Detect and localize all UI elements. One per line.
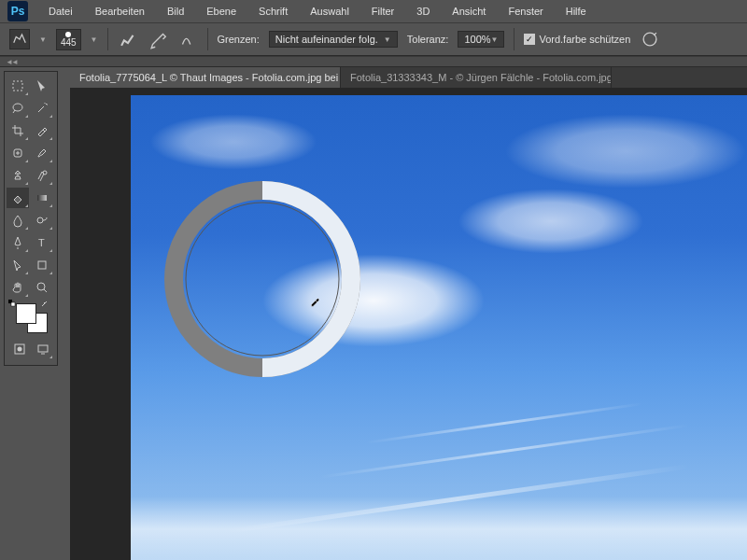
sky-streak (319, 424, 690, 479)
svg-point-13 (17, 347, 21, 352)
menu-view[interactable]: Ansicht (443, 2, 495, 21)
magic-wand-tool[interactable] (31, 98, 53, 119)
eyedropper-tool[interactable] (31, 120, 53, 141)
menu-window[interactable]: Fenster (499, 2, 552, 21)
brush-tool[interactable] (31, 143, 53, 163)
protect-fg-checkbox[interactable]: ✓ Vord.farbe schützen (524, 34, 630, 45)
menu-filter[interactable]: Filter (362, 2, 403, 21)
brush-preset-picker[interactable]: 445 (56, 29, 81, 50)
pressure-size-icon[interactable] (177, 29, 198, 49)
shape-tool[interactable] (31, 255, 53, 275)
menu-type[interactable]: Schrift (249, 2, 297, 21)
default-colors-icon[interactable] (8, 300, 16, 307)
menu-select[interactable]: Auswahl (301, 2, 359, 21)
chevron-down-icon: ▼ (491, 35, 499, 44)
menu-help[interactable]: Hilfe (557, 2, 596, 21)
svg-point-16 (186, 203, 339, 356)
document-tabs: Fotolia_7775064_L © Thaut Images - Fotol… (70, 67, 747, 88)
checkbox-checked-icon: ✓ (524, 34, 535, 45)
svg-point-2 (13, 104, 22, 111)
menu-image[interactable]: Bild (158, 2, 193, 21)
svg-point-9 (37, 283, 45, 290)
eyedropper-cursor-icon (308, 294, 321, 307)
menu-3d[interactable]: 3D (407, 2, 439, 21)
app-logo: Ps (7, 1, 28, 21)
divider (107, 28, 108, 50)
brush-size-value: 445 (61, 37, 77, 48)
healing-brush-tool[interactable] (7, 143, 29, 163)
limits-select[interactable]: Nicht aufeinander folg. ▼ (269, 31, 398, 48)
tab-document-1[interactable]: Fotolia_7775064_L © Thaut Images - Fotol… (70, 67, 341, 88)
airbrush-icon[interactable] (148, 29, 168, 49)
brush-panel-icon[interactable] (118, 29, 138, 49)
history-brush-tool[interactable] (31, 165, 53, 186)
pressure-opacity-icon[interactable] (640, 29, 660, 49)
chevron-left-icon: ◄◄ (6, 58, 17, 66)
foreground-color-swatch[interactable] (16, 303, 36, 324)
tolerance-label: Toleranz: (407, 34, 449, 45)
divider (207, 28, 208, 50)
chevron-down-icon: ▼ (384, 35, 391, 44)
svg-rect-8 (38, 261, 46, 269)
sky-cloud (458, 189, 644, 254)
clone-stamp-tool[interactable] (7, 165, 29, 186)
tolerance-input[interactable]: 100% ▼ (458, 31, 504, 48)
tab-label: Fotolia_7775064_L © Thaut Images - Fotol… (79, 72, 341, 83)
eraser-tool[interactable] (7, 188, 29, 208)
sky-cloud (504, 114, 747, 189)
canvas-area (70, 88, 747, 560)
gradient-tool[interactable] (31, 188, 53, 208)
tab-document-2[interactable]: Fotolia_31333343_M - © Jürgen Fälchle - … (341, 67, 612, 88)
protect-fg-label: Vord.farbe schützen (539, 34, 630, 45)
sky-cloud (149, 114, 317, 170)
menu-file[interactable]: Datei (39, 2, 82, 21)
limits-value: Nicht aufeinander folg. (275, 34, 378, 45)
options-bar: ▼ 445 ▼ Grenzen: Nicht aufeinander folg.… (0, 22, 747, 56)
screen-mode-tool[interactable] (32, 339, 53, 359)
pen-tool[interactable] (7, 232, 29, 253)
options-collapse-handle[interactable]: ◄◄ (0, 56, 747, 67)
svg-point-6 (37, 217, 43, 223)
type-tool[interactable]: T (31, 232, 53, 253)
swap-colors-icon[interactable] (40, 300, 49, 309)
tab-label: Fotolia_31333343_M - © Jürgen Fälchle - … (350, 72, 612, 83)
svg-rect-14 (38, 345, 48, 352)
zoom-tool[interactable] (31, 277, 53, 298)
marquee-tool[interactable] (31, 76, 53, 96)
tool-preset-arrow-icon[interactable]: ▼ (39, 35, 47, 44)
svg-rect-1 (13, 81, 22, 91)
blur-tool[interactable] (7, 210, 29, 231)
path-selection-tool[interactable] (7, 255, 29, 275)
svg-rect-5 (37, 195, 47, 201)
move-tool[interactable] (7, 76, 29, 96)
tool-preset-picker[interactable] (9, 29, 30, 49)
svg-text:T: T (38, 237, 45, 248)
menu-bar: Ps Datei Bearbeiten Bild Ebene Schrift A… (0, 0, 747, 22)
sky-band (131, 497, 747, 560)
document-canvas[interactable] (131, 95, 747, 560)
menu-edit[interactable]: Bearbeiten (86, 2, 154, 21)
tolerance-value: 100% (464, 34, 490, 45)
quick-mask-tool[interactable] (8, 339, 30, 359)
svg-rect-11 (11, 302, 15, 306)
dodge-tool[interactable] (31, 210, 53, 231)
brush-arrow-icon[interactable]: ▼ (91, 35, 98, 44)
color-sampler-hud (164, 181, 360, 377)
crop-tool[interactable] (7, 120, 29, 141)
hand-tool[interactable] (7, 277, 29, 298)
limits-label: Grenzen: (218, 34, 260, 45)
color-swatches (7, 300, 55, 335)
divider (514, 28, 514, 50)
toolbox: T (4, 71, 58, 366)
lasso-tool[interactable] (7, 98, 29, 119)
menu-layer[interactable]: Ebene (197, 2, 246, 21)
